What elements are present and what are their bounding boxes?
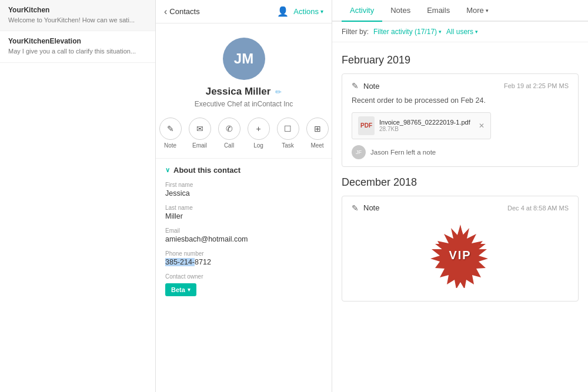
field-label-phone: Phone number xyxy=(165,250,322,257)
activity-card-1: ✎ Note Dec 4 at 8:58 AM MS VIP xyxy=(342,196,579,301)
chat-item-title-1: YourKitchenElevation xyxy=(8,37,147,45)
field-label-firstname: First name xyxy=(165,182,322,188)
activity-card-title-1: ✎ Note xyxy=(352,203,379,213)
field-owner: Contact owner Beta xyxy=(165,273,322,296)
call-label: Call xyxy=(224,142,234,149)
contact-avatar-section: JM Jessica Miller ✏ Executive Chef at in… xyxy=(156,24,332,158)
activity-card-header-0: ✎ Note Feb 19 at 2:25 PM MS xyxy=(352,81,569,91)
activity-filter-bar: Filter by: Filter activity (17/17) All u… xyxy=(332,22,588,42)
field-value-owner: Beta xyxy=(165,281,322,296)
tab-emails[interactable]: Emails xyxy=(419,0,458,22)
chevron-down-icon: ∨ xyxy=(165,166,170,174)
task-label: Task xyxy=(282,142,294,149)
field-phone: Phone number 385-214-8712 xyxy=(165,250,322,266)
vip-text: VIP xyxy=(449,249,471,262)
call-icon: ✆ xyxy=(218,118,240,140)
about-section-header[interactable]: ∨ About this contact xyxy=(165,166,322,175)
activity-card-header-1: ✎ Note Dec 4 at 8:58 AM MS xyxy=(352,203,569,213)
about-section-title: About this contact xyxy=(173,166,240,175)
log-button[interactable]: + Log xyxy=(248,118,270,149)
task-button[interactable]: ☐ Task xyxy=(277,118,299,149)
filter-by-label: Filter by: xyxy=(342,28,369,36)
activity-content: February 2019 ✎ Note Feb 19 at 2:25 PM M… xyxy=(332,42,588,392)
contact-panel-header: Contacts 👤 Actions xyxy=(156,0,332,24)
field-value-phone: 385-214-8712 xyxy=(165,258,322,266)
field-email: Email amiesbach@hotmail.com xyxy=(165,227,322,243)
meet-label: Meet xyxy=(310,142,323,149)
tab-notes[interactable]: Notes xyxy=(382,0,419,22)
chat-item-message-1: May I give you a call to clarify this si… xyxy=(8,47,147,56)
about-section: ∨ About this contact First name Jessica … xyxy=(156,158,332,310)
filter-activity-button[interactable]: Filter activity (17/17) xyxy=(373,28,442,36)
card-timestamp-1: Dec 4 at 8:58 AM MS xyxy=(507,205,569,212)
email-icon: ✉ xyxy=(189,118,211,140)
action-buttons: ✎ Note ✉ Email ✆ Call + Log ☐ Task ⊞ Mee… xyxy=(159,118,329,149)
edit-icon[interactable]: ✏ xyxy=(275,88,282,96)
field-label-email: Email xyxy=(165,227,322,234)
tab-activity[interactable]: Activity xyxy=(342,0,382,22)
field-lastname: Last name Miller xyxy=(165,205,322,220)
field-value-firstname: Jessica xyxy=(165,189,322,197)
card-type-label-1: Note xyxy=(363,203,379,212)
activity-tabs: Activity Notes Emails More xyxy=(332,0,588,22)
meet-icon: ⊞ xyxy=(306,118,329,140)
activity-card-title-0: ✎ Note xyxy=(352,81,379,91)
attachment-box-0: PDF Invoice_98765_02222019-1.pdf 28.7KB … xyxy=(352,112,491,139)
author-avatar-0: JF xyxy=(352,145,366,159)
chat-item-message-0: Welcome to YourKitchen! How can we sati.… xyxy=(8,16,147,25)
field-label-lastname: Last name xyxy=(165,205,322,211)
field-value-lastname: Miller xyxy=(165,212,322,220)
card-body-text-0: Recent order to be processed on Feb 24. xyxy=(352,95,569,106)
log-label: Log xyxy=(253,142,263,149)
card-author-name-0: Jason Fern left a note xyxy=(370,149,436,156)
note-label: Note xyxy=(164,142,176,149)
attachment-close-button[interactable]: ✕ xyxy=(479,122,485,130)
phone-suffix: 8712 xyxy=(195,258,211,266)
contact-title: Executive Chef at inContact Inc xyxy=(195,100,293,108)
email-label: Email xyxy=(192,142,207,149)
user-icon: 👤 xyxy=(277,6,289,17)
activity-card-0: ✎ Note Feb 19 at 2:25 PM MS Recent order… xyxy=(342,73,579,167)
month-header-feb2019: February 2019 xyxy=(342,54,579,66)
note-icon: ✎ xyxy=(159,118,182,140)
log-icon: + xyxy=(248,118,270,140)
month-header-dec2018: December 2018 xyxy=(342,176,579,189)
chat-panel: YourKitchen Welcome to YourKitchen! How … xyxy=(0,0,156,392)
attachment-info: Invoice_98765_02222019-1.pdf 28.7KB xyxy=(379,119,470,132)
chat-item-1[interactable]: YourKitchenElevation May I give you a ca… xyxy=(0,31,155,62)
field-value-email: amiesbach@hotmail.com xyxy=(165,235,322,243)
beta-button[interactable]: Beta xyxy=(165,283,196,296)
contact-name: Jessica Miller xyxy=(206,86,271,98)
attachment-name: Invoice_98765_02222019-1.pdf xyxy=(379,119,470,126)
meet-button[interactable]: ⊞ Meet xyxy=(306,118,329,149)
email-button[interactable]: ✉ Email xyxy=(189,118,211,149)
activity-panel: Activity Notes Emails More Filter by: Fi… xyxy=(332,0,588,392)
contact-name-row: Jessica Miller ✏ xyxy=(206,86,282,98)
call-button[interactable]: ✆ Call xyxy=(218,118,240,149)
filter-users-button[interactable]: All users xyxy=(446,28,478,36)
note-edit-icon-2: ✎ xyxy=(352,203,359,213)
tab-more[interactable]: More xyxy=(458,0,497,22)
chat-item-0[interactable]: YourKitchen Welcome to YourKitchen! How … xyxy=(0,0,155,31)
note-edit-icon: ✎ xyxy=(352,81,359,91)
note-button[interactable]: ✎ Note xyxy=(159,118,182,149)
avatar: JM xyxy=(223,38,265,80)
field-label-owner: Contact owner xyxy=(165,273,322,280)
contact-panel: Contacts 👤 Actions JM Jessica Miller ✏ E… xyxy=(156,0,332,392)
chat-item-title-0: YourKitchen xyxy=(8,6,147,14)
contacts-back-button[interactable]: Contacts xyxy=(164,6,200,17)
phone-highlight: 385-214- xyxy=(165,258,195,266)
vip-stamp-container: VIP xyxy=(352,217,569,294)
card-timestamp-0: Feb 19 at 2:25 PM MS xyxy=(504,82,569,89)
task-icon: ☐ xyxy=(277,118,299,140)
pdf-icon: PDF xyxy=(358,116,375,135)
header-icons: 👤 Actions xyxy=(277,6,323,17)
card-author-0: JF Jason Fern left a note xyxy=(352,145,569,159)
card-type-label-0: Note xyxy=(363,82,379,91)
attachment-size: 28.7KB xyxy=(379,126,470,132)
field-firstname: First name Jessica xyxy=(165,182,322,197)
actions-button[interactable]: Actions xyxy=(293,7,323,16)
